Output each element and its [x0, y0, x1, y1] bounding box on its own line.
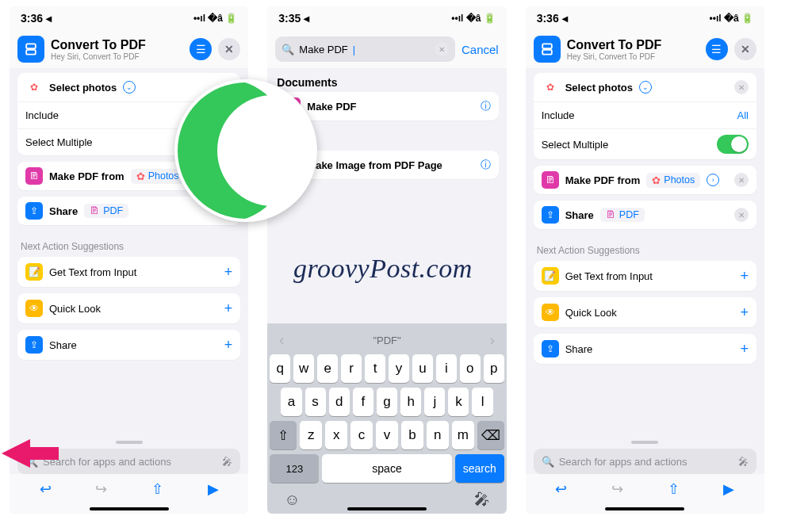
share-icon: ⇪	[542, 340, 559, 358]
expand-icon[interactable]: ⌄	[123, 81, 136, 94]
settings-button[interactable]: ☰	[706, 38, 728, 60]
run-button[interactable]: ▶	[723, 480, 734, 498]
share-input-param[interactable]: PDF	[103, 205, 123, 216]
key-l[interactable]: l	[472, 388, 492, 416]
keyboard-suggestion-bar[interactable]: "PDF"	[270, 326, 504, 354]
emoji-button[interactable]: ☺︎	[284, 491, 300, 509]
key-h[interactable]: h	[400, 388, 421, 416]
key-s[interactable]: s	[305, 388, 326, 416]
microphone-icon[interactable]: 🎤︎	[738, 456, 749, 468]
add-suggestion-button[interactable]: +	[740, 341, 749, 358]
dictation-button[interactable]: 🎤︎	[474, 491, 490, 509]
suggestion-get-text[interactable]: 📝 Get Text from Input +	[534, 261, 756, 291]
key-b[interactable]: b	[401, 421, 423, 449]
text-icon: 📝	[25, 263, 43, 281]
select-multiple-label: Select Multiple	[25, 136, 93, 148]
share-sheet-button[interactable]: ⇧	[151, 480, 163, 498]
add-suggestion-button[interactable]: +	[740, 268, 749, 285]
drawer-grabber[interactable]	[116, 441, 143, 444]
expand-icon[interactable]: ›	[707, 174, 719, 186]
watermark: groovyPost.com	[293, 254, 473, 284]
expand-icon[interactable]: ⌄	[639, 81, 652, 94]
share-icon: ⇪	[25, 202, 43, 220]
key-g[interactable]: g	[377, 388, 397, 416]
share-icon: ⇪	[25, 336, 43, 354]
status-icons: ••ıl �â 🔋	[710, 13, 753, 24]
action-make-pdf[interactable]: 🖹 Make PDF from ✿ Photos › ✕	[534, 166, 756, 194]
key-c[interactable]: c	[350, 421, 373, 449]
keyboard-suggestion[interactable]: "PDF"	[373, 335, 400, 346]
key-q[interactable]: q	[270, 354, 290, 383]
key-i[interactable]: i	[436, 354, 457, 383]
add-suggestion-button[interactable]: +	[224, 337, 233, 354]
key-f[interactable]: f	[353, 388, 373, 416]
key-z[interactable]: z	[300, 421, 322, 449]
undo-button[interactable]: ↩︎	[40, 480, 52, 498]
key-p[interactable]: p	[484, 354, 504, 383]
key-y[interactable]: y	[389, 354, 409, 383]
pdf-input-param[interactable]: Photos	[664, 174, 695, 185]
key-d[interactable]: d	[329, 388, 350, 416]
cancel-button[interactable]: Cancel	[462, 43, 499, 56]
info-icon[interactable]: ⓘ	[481, 158, 491, 172]
suggestion-get-text[interactable]: 📝 Get Text from Input +	[17, 257, 240, 287]
clear-search-button[interactable]: ✕	[435, 42, 449, 56]
suggestion-label: Quick Look	[565, 307, 617, 319]
add-suggestion-button[interactable]: +	[224, 264, 233, 281]
suggestion-label: Get Text from Input	[49, 266, 136, 278]
key-a[interactable]: a	[281, 388, 301, 416]
remove-action-button[interactable]: ✕	[734, 80, 749, 94]
search-drawer[interactable]: 🔍 Search for apps and actions 🎤︎	[526, 438, 764, 474]
close-button[interactable]: ✕	[734, 38, 756, 60]
photos-icon: ✿	[25, 78, 43, 96]
share-sheet-button[interactable]: ⇧	[668, 480, 680, 498]
add-suggestion-button[interactable]: +	[740, 304, 749, 321]
key-shift[interactable]: ⇧	[270, 421, 297, 449]
search-input[interactable]: 🔍 Search for apps and actions 🎤︎	[534, 449, 756, 474]
key-u[interactable]: u	[412, 354, 433, 383]
search-placeholder: Search for apps and actions	[43, 456, 171, 468]
remove-action-button[interactable]: ✕	[734, 173, 749, 187]
key-k[interactable]: k	[448, 388, 469, 416]
suggestion-quick-look[interactable]: 👁 Quick Look +	[534, 297, 756, 327]
undo-button[interactable]: ↩︎	[555, 480, 567, 498]
share-input-param[interactable]: PDF	[619, 209, 639, 220]
microphone-icon[interactable]: 🎤︎	[222, 456, 232, 468]
key-v[interactable]: v	[376, 421, 398, 449]
key-numbers[interactable]: 123	[270, 454, 319, 483]
key-n[interactable]: n	[427, 421, 449, 449]
key-j[interactable]: j	[424, 388, 445, 416]
action-search-input[interactable]: 🔍 Make PDF| ✕	[275, 36, 455, 62]
suggestion-quick-look[interactable]: 👁 Quick Look +	[17, 293, 240, 323]
key-x[interactable]: x	[325, 421, 347, 449]
drawer-grabber[interactable]	[631, 441, 658, 444]
status-time: 3:36 ◂	[537, 12, 568, 25]
close-button[interactable]: ✕	[218, 38, 240, 60]
shortcut-subtitle: Hey Siri, Convert To PDF	[51, 52, 183, 61]
run-button[interactable]: ▶	[208, 480, 219, 498]
key-m[interactable]: m	[452, 421, 474, 449]
key-t[interactable]: t	[365, 354, 385, 383]
action-share[interactable]: ⇪ Share 🖹 PDF ✕	[534, 201, 756, 229]
select-multiple-toggle[interactable]	[717, 135, 749, 154]
remove-action-button[interactable]: ✕	[734, 208, 749, 222]
keyboard[interactable]: "PDF" qwertyuiop asdfghjkl ⇧ zxcvbnm ⌫ 1…	[267, 323, 506, 514]
suggestion-share[interactable]: ⇪ Share +	[17, 330, 240, 360]
add-suggestion-button[interactable]: +	[224, 300, 233, 317]
key-o[interactable]: o	[460, 354, 481, 383]
settings-button[interactable]: ☰	[190, 38, 212, 60]
shortcut-icon	[534, 36, 561, 63]
status-icons: ••ıl �â 🔋	[451, 13, 495, 24]
action-select-photos[interactable]: ✿ Select photos ⌄ ✕ Include All Select M…	[534, 73, 756, 159]
key-w[interactable]: w	[293, 354, 314, 383]
pdf-input-param[interactable]: Photos	[148, 170, 179, 182]
key-backspace[interactable]: ⌫	[477, 421, 504, 449]
key-space[interactable]: space	[322, 454, 451, 483]
result-make-pdf[interactable]: 🖹 Make PDF ⓘ	[275, 92, 498, 120]
key-r[interactable]: r	[341, 354, 362, 383]
key-e[interactable]: e	[317, 354, 338, 383]
suggestion-share[interactable]: ⇪ Share +	[534, 334, 756, 364]
info-icon[interactable]: ⓘ	[481, 99, 491, 113]
include-value[interactable]: All	[737, 109, 749, 121]
key-search[interactable]: search	[455, 454, 504, 483]
